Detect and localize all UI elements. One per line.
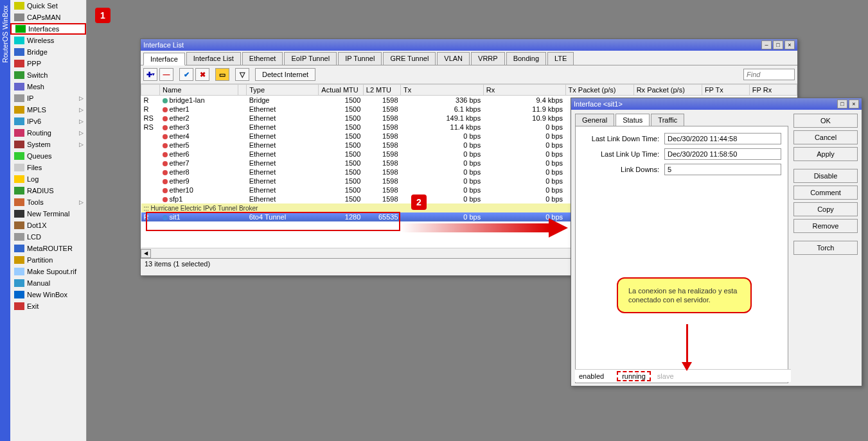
copy-button[interactable]: Copy (793, 202, 858, 216)
detail-tab-general[interactable]: General (575, 114, 614, 126)
add-button[interactable]: ✚▾ (143, 68, 157, 81)
menu-item-bridge[interactable]: Bridge (10, 46, 86, 58)
column-header[interactable]: Tx Packet (p/s) (565, 85, 633, 96)
menu-item-tools[interactable]: Tools▷ (10, 196, 86, 208)
column-header[interactable]: Tx (401, 85, 484, 96)
menu-label: New Terminal (27, 210, 69, 218)
menu-item-queues[interactable]: Queues (10, 150, 86, 162)
menu-label: LCD (27, 233, 41, 241)
menu-item-dot1x[interactable]: Dot1X (10, 220, 86, 231)
tab-ethernet[interactable]: Ethernet (242, 52, 283, 65)
form-row: Last Link Up Time:Dec/30/2020 11:58:50 (582, 148, 781, 160)
tab-vlan[interactable]: VLAN (437, 52, 470, 65)
menu-label: Dot1X (27, 221, 47, 229)
window-title: Interface <sit1> (574, 100, 623, 108)
find-input[interactable] (743, 69, 795, 80)
tab-interface[interactable]: Interface (143, 53, 185, 65)
menu-item-partition[interactable]: Partition (10, 254, 86, 266)
marker-2: 2 (411, 195, 427, 210)
menu-item-radius[interactable]: RADIUS (10, 185, 86, 196)
menu-item-log[interactable]: Log (10, 173, 86, 185)
interface-type-icon (163, 107, 168, 112)
menu-item-new-winbox[interactable]: New WinBox (10, 289, 86, 300)
interface-type-icon (163, 161, 168, 166)
disable-button[interactable]: Disable (793, 169, 858, 183)
maximize-button[interactable]: □ (773, 40, 783, 49)
close-button[interactable]: × (784, 40, 795, 49)
callout-connector (686, 324, 688, 363)
remove-button[interactable]: — (159, 68, 173, 81)
menu-icon (14, 279, 24, 287)
disable-button[interactable]: ✖ (195, 68, 209, 81)
detect-internet-button[interactable]: Detect Internet (255, 68, 315, 81)
menu-item-new-terminal[interactable]: New Terminal (10, 208, 86, 220)
interface-detail-window: Interface <sit1> □ × GeneralStatusTraffi… (571, 98, 862, 386)
tab-gre-tunnel[interactable]: GRE Tunnel (383, 52, 436, 65)
menu-item-system[interactable]: System▷ (10, 139, 86, 150)
column-header[interactable] (238, 85, 246, 96)
tab-bonding[interactable]: Bonding (506, 52, 546, 65)
column-header[interactable]: FP Rx (749, 85, 797, 96)
remove-button[interactable]: Remove (793, 219, 858, 233)
menu-item-routing[interactable]: Routing▷ (10, 127, 86, 139)
tab-lte[interactable]: LTE (547, 52, 574, 65)
sidebar: RouterOS WinBox Quick SetCAPsMANInterfac… (0, 0, 87, 441)
column-header[interactable] (141, 85, 160, 96)
tab-ip-tunnel[interactable]: IP Tunnel (338, 52, 382, 65)
menu-icon (14, 291, 24, 298)
column-header[interactable]: Actual MTU (319, 85, 363, 96)
menu-item-mesh[interactable]: Mesh (10, 81, 86, 92)
torch-button[interactable]: Torch (793, 241, 858, 255)
menu-item-switch[interactable]: Switch (10, 69, 86, 81)
cancel-button[interactable]: Cancel (793, 130, 858, 144)
close-button[interactable]: × (849, 99, 859, 108)
column-header[interactable]: Type (247, 85, 319, 96)
menu-item-lcd[interactable]: LCD (10, 231, 86, 243)
column-header[interactable]: L2 MTU (363, 85, 400, 96)
menu-label: Manual (27, 279, 50, 287)
column-header[interactable]: Name (160, 85, 238, 96)
titlebar[interactable]: Interface <sit1> □ × (571, 98, 862, 110)
comment-button[interactable]: Comment (793, 186, 858, 200)
menu-item-interfaces[interactable]: Interfaces (10, 23, 86, 35)
menu-item-ip[interactable]: IP▷ (10, 92, 86, 104)
column-header[interactable]: Rx Packet (p/s) (633, 85, 702, 96)
maximize-button[interactable]: □ (837, 99, 847, 108)
apply-button[interactable]: Apply (793, 147, 858, 161)
ok-button[interactable]: OK (793, 114, 858, 128)
menu-item-capsman[interactable]: CAPsMAN (10, 12, 86, 23)
menu-icon (14, 164, 24, 171)
tab-interface-list[interactable]: Interface List (186, 52, 241, 65)
callout: La conexion se ha realizado y esta conec… (617, 277, 752, 313)
column-header[interactable]: FP Tx (702, 85, 749, 96)
menu-item-make-supout-rif[interactable]: Make Supout.rif (10, 266, 86, 277)
titlebar[interactable]: Interface List – □ × (141, 39, 797, 51)
detail-tab-status[interactable]: Status (616, 114, 650, 126)
menu-label: Mesh (27, 83, 44, 91)
menu-item-exit[interactable]: Exit (10, 300, 86, 312)
filter-button[interactable]: ▽ (235, 68, 249, 81)
comment-button[interactable]: ▭ (215, 68, 229, 81)
menu-item-metarouter[interactable]: MetaROUTER (10, 243, 86, 254)
tab-eoip-tunnel[interactable]: EoIP Tunnel (284, 52, 337, 65)
interface-type-icon (163, 134, 168, 139)
menu-item-quick-set[interactable]: Quick Set (10, 0, 86, 12)
tab-vrrp[interactable]: VRRP (471, 52, 505, 65)
menu-item-mpls[interactable]: MPLS▷ (10, 104, 86, 116)
scroll-left-icon[interactable]: ◀ (141, 249, 151, 258)
menu-item-wireless[interactable]: Wireless (10, 35, 86, 46)
tab-bar: InterfaceInterface ListEthernetEoIP Tunn… (141, 51, 797, 65)
menu-item-ppp[interactable]: PPP (10, 58, 86, 69)
column-header[interactable]: Rx (483, 85, 565, 96)
menu-icon (14, 117, 24, 125)
enable-button[interactable]: ✔ (179, 68, 193, 81)
menu-item-files[interactable]: Files (10, 162, 86, 173)
menu-icon (14, 233, 24, 241)
menu-item-manual[interactable]: Manual (10, 277, 86, 289)
interface-type-icon (163, 188, 168, 193)
interface-type-icon (163, 197, 168, 202)
menu-item-ipv6[interactable]: IPv6▷ (10, 116, 86, 127)
detail-tab-traffic[interactable]: Traffic (651, 114, 684, 126)
minimize-button[interactable]: – (761, 40, 772, 49)
form-label: Last Link Up Time: (582, 150, 659, 158)
